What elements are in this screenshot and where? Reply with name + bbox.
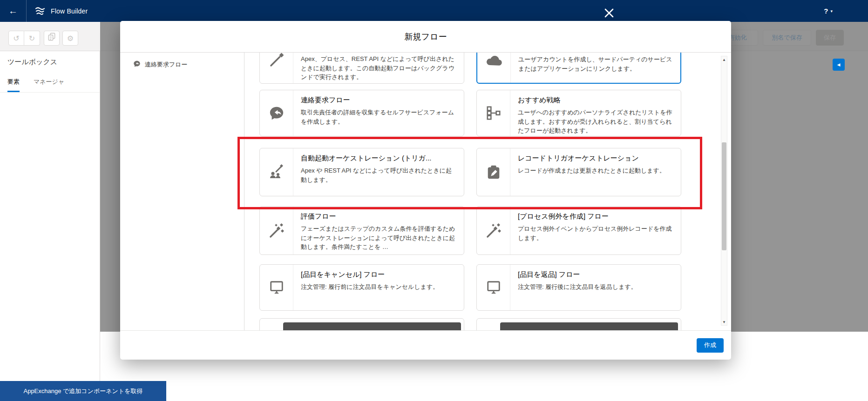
card-text: ユーザアカウントを作成し、サードパーティのサービスまたはアプリケーションにリンク… xyxy=(511,53,680,83)
card-description: Apex、プロセス、REST API などによって呼び出されたときに起動します。… xyxy=(301,54,456,82)
copy-icon xyxy=(47,32,56,44)
card-description: ユーザへのおすすめのパーソナライズされたリストを作成します。おすすめが受け入れら… xyxy=(518,108,673,135)
modal-sidebar: 連絡要求フロー xyxy=(120,53,244,330)
gear-icon: ⚙ xyxy=(67,34,74,43)
app-title: Flow Builder xyxy=(51,7,88,15)
redo-button[interactable]: ↻ xyxy=(24,31,40,46)
chevron-left-icon: ◀ xyxy=(837,62,841,67)
modal-header: 新規フロー xyxy=(120,21,731,53)
wand-icon xyxy=(260,53,293,83)
toolbox-tabs: 要素 マネージャ xyxy=(0,78,100,93)
card-text: レコードトリガオーケストレーションレコードが作成または更新されたときに起動します… xyxy=(510,148,681,196)
global-header: ← Flow Builder ? ▾ xyxy=(0,0,868,22)
card-preview-image xyxy=(283,322,461,330)
cloud-icon xyxy=(477,53,511,83)
card-description: 取引先責任者の詳細を収集するセルフサービスフォームを作成します。 xyxy=(301,108,456,126)
record-update-icon xyxy=(477,148,510,196)
help-label: ? xyxy=(824,7,828,15)
flow-type-card[interactable]: [品目を返品] フロー注文管理: 履行後に注文品目を返品します。 xyxy=(476,264,681,311)
appexchange-link[interactable]: AppExchange で追加コンポーネントを取得 xyxy=(0,381,166,401)
flow-type-card[interactable]: ユーザアカウントを作成し、サードパーティのサービスまたはアプリケーションにリンク… xyxy=(476,53,681,84)
flow-type-card[interactable]: [品目をキャンセル] フロー注文管理: 履行前に注文品目をキャンセルします。 xyxy=(259,264,464,311)
copy-group xyxy=(44,31,60,46)
back-button[interactable]: ← xyxy=(0,0,26,22)
card-title: [品目を返品] フロー xyxy=(518,270,673,280)
back-arrow-icon: ← xyxy=(8,6,18,16)
wand-sparkles-icon xyxy=(260,207,293,254)
modal-footer: 作成 xyxy=(120,330,731,360)
tab-elements[interactable]: 要素 xyxy=(7,78,20,92)
monitor-icon xyxy=(260,265,293,310)
card-description: Apex や REST API などによって呼び出されたときに起動します。 xyxy=(301,166,456,184)
copy-button[interactable] xyxy=(44,31,60,46)
new-flow-modal: 新規フロー 連絡要求フロー ▲ xyxy=(120,21,731,360)
undo-redo-group: ↺ ↻ xyxy=(8,31,40,46)
flow-type-card[interactable]: Apex、プロセス、REST API などによって呼び出されたときに起動します。… xyxy=(259,53,464,84)
card-text: [品目をキャンセル] フロー注文管理: 履行前に注文品目をキャンセルします。 xyxy=(293,265,464,310)
flow-type-card[interactable]: 自動起動オーケストレーション (トリガ...Apex や REST API など… xyxy=(259,148,464,196)
modal-body: 連絡要求フロー ▲ ▼ Apex、プロセス、REST API などによって呼び出… xyxy=(120,53,731,330)
card-title: [プロセス例外を作成] フロー xyxy=(518,212,673,221)
card-text: Apex、プロセス、REST API などによって呼び出されたときに起動します。… xyxy=(293,53,464,83)
flow-type-card[interactable]: 連絡要求フロー取引先責任者の詳細を収集するセルフサービスフォームを作成します。 xyxy=(259,90,464,136)
flow-type-card[interactable]: [プロセス例外を作成] フロープロセス例外イベントからプロセス例外レコードを作成… xyxy=(476,206,681,255)
monitor-icon xyxy=(477,265,510,310)
chevron-down-icon: ▾ xyxy=(830,9,833,13)
card-title: 評価フロー xyxy=(301,212,456,221)
card-text: 評価フローフェーズまたはステップのカスタム条件を評価するためにオーケストレーショ… xyxy=(293,207,464,254)
sidebar-item-label: 連絡要求フロー xyxy=(145,60,188,69)
modal-title: 新規フロー xyxy=(405,31,447,42)
chat-reply-icon xyxy=(260,90,293,136)
create-button[interactable]: 作成 xyxy=(697,338,724,353)
card-description: プロセス例外イベントからプロセス例外レコードを作成します。 xyxy=(518,224,673,242)
redo-icon: ↻ xyxy=(29,34,35,43)
tab-manager[interactable]: マネージャ xyxy=(34,78,64,92)
flow-builder-screen: ← Flow Builder ? ▾ ↺ ↻ xyxy=(0,0,868,401)
card-text: 連絡要求フロー取引先責任者の詳細を収集するセルフサービスフォームを作成します。 xyxy=(293,90,464,136)
flow-type-list: ▲ ▼ Apex、プロセス、REST API などによって呼び出されたときに起動… xyxy=(244,53,731,330)
flow-builder-logo-icon xyxy=(35,7,45,15)
card-text: [プロセス例外を作成] フロープロセス例外イベントからプロセス例外レコードを作成… xyxy=(510,207,681,254)
card-description: 注文管理: 履行後に注文品目を返品します。 xyxy=(518,282,673,292)
flow-type-card-partial[interactable] xyxy=(476,318,681,330)
card-description: フェーズまたはステップのカスタム条件を評価するためにオーケストレーションによって… xyxy=(301,224,456,252)
undo-button[interactable]: ↺ xyxy=(8,31,24,46)
wand-sparkles-icon xyxy=(477,207,510,254)
header-divider xyxy=(26,0,27,22)
modal-scrollbar[interactable]: ▲ ▼ xyxy=(721,56,727,326)
card-title: 自動起動オーケストレーション (トリガ... xyxy=(301,154,456,163)
strategy-icon xyxy=(477,90,510,136)
scroll-up-icon[interactable]: ▲ xyxy=(721,56,727,63)
card-description: 注文管理: 履行前に注文品目をキャンセルします。 xyxy=(301,282,456,292)
card-description: レコードが作成または更新されたときに起動します。 xyxy=(518,166,673,175)
expand-panel-button[interactable]: ◀ xyxy=(833,59,845,71)
card-description: ユーザアカウントを作成し、サードパーティのサービスまたはアプリケーションにリンク… xyxy=(518,55,673,73)
orchestrator-icon xyxy=(260,148,293,196)
card-text: 自動起動オーケストレーション (トリガ...Apex や REST API など… xyxy=(293,148,464,196)
close-icon[interactable] xyxy=(602,6,616,20)
card-title: レコードトリガオーケストレーション xyxy=(518,154,673,163)
flow-type-card-partial[interactable] xyxy=(259,318,464,330)
help-menu[interactable]: ? ▾ xyxy=(824,0,833,22)
flow-type-card[interactable]: 評価フローフェーズまたはステップのカスタム条件を評価するためにオーケストレーショ… xyxy=(259,206,464,255)
card-title: 連絡要求フロー xyxy=(301,96,456,105)
sidebar-item-contact-request-flow[interactable]: 連絡要求フロー xyxy=(133,60,244,69)
card-preview-image xyxy=(500,322,678,330)
settings-button[interactable]: ⚙ xyxy=(62,31,78,46)
card-text: [品目を返品] フロー注文管理: 履行後に注文品目を返品します。 xyxy=(510,265,681,310)
flow-type-card[interactable]: レコードトリガオーケストレーションレコードが作成または更新されたときに起動します… xyxy=(476,148,681,196)
card-title: [品目をキャンセル] フロー xyxy=(301,270,456,280)
flow-type-card[interactable]: おすすめ戦略ユーザへのおすすめのパーソナライズされたリストを作成します。おすすめ… xyxy=(476,90,681,136)
scrollbar-thumb[interactable] xyxy=(722,142,726,250)
scroll-down-icon[interactable]: ▼ xyxy=(721,319,727,325)
toolbox-panel: ツールボックス 要素 マネージャ xyxy=(0,51,100,401)
settings-group: ⚙ xyxy=(62,31,78,46)
card-text: おすすめ戦略ユーザへのおすすめのパーソナライズされたリストを作成します。おすすめ… xyxy=(510,90,681,136)
undo-icon: ↺ xyxy=(13,34,19,43)
chat-reply-icon xyxy=(133,60,141,69)
card-title: おすすめ戦略 xyxy=(518,96,673,105)
toolbox-title: ツールボックス xyxy=(0,51,100,67)
